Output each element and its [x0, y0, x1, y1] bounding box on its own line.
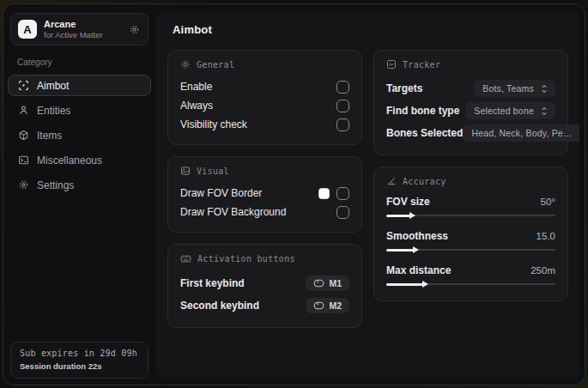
setting-label: Draw FOV Border — [180, 187, 262, 199]
gear-icon — [18, 179, 29, 191]
select-row: Targets Bots, Teams — [386, 77, 555, 100]
sidebar-item-settings[interactable]: Settings — [8, 174, 151, 196]
always-checkbox[interactable] — [336, 100, 349, 112]
setting-label: Enable — [180, 81, 212, 93]
visibility-check-checkbox[interactable] — [336, 118, 349, 131]
category-label: Category — [17, 58, 155, 67]
fov-border-color-swatch[interactable] — [318, 188, 330, 199]
subscription-info-box: Sub expires in 29d 09h Session duration … — [10, 342, 149, 379]
fov-size-slider[interactable] — [386, 212, 555, 220]
select-label: Bones Selected — [386, 127, 463, 139]
enable-checkbox[interactable] — [336, 81, 349, 94]
sidebar-item-items[interactable]: Items — [8, 124, 151, 146]
slider-fill — [386, 249, 414, 252]
page-title: Aimbot — [173, 23, 569, 36]
keybind-row: First keybind M1 — [180, 272, 349, 294]
slider-value: 15.0 — [536, 231, 555, 241]
unfold-icon — [540, 84, 549, 94]
select-value: Selected bone — [474, 106, 534, 116]
angle-icon — [386, 176, 397, 186]
sidebar-item-label: Settings — [37, 179, 74, 191]
brand-logo: A — [18, 20, 37, 39]
brand-card: A Arcane for Active Matter — [10, 13, 149, 45]
panel-header: Visual — [180, 166, 349, 176]
session-duration-text: Session duration 22s — [20, 361, 139, 371]
slider-row: Smoothness 15.0 — [386, 228, 555, 254]
sub-expiry-text: Sub expires in 29d 09h — [20, 349, 139, 358]
max-distance-slider[interactable] — [386, 281, 555, 288]
first-keybind-button[interactable]: M1 — [306, 276, 349, 291]
second-keybind-button[interactable]: M2 — [306, 298, 349, 313]
panel-title: Visual — [197, 167, 229, 176]
sidebar-item-miscellaneous[interactable]: Miscellaneous — [8, 149, 151, 171]
gear-icon[interactable] — [129, 24, 140, 35]
fov-border-checkbox[interactable] — [336, 187, 349, 200]
panel-title: General — [197, 60, 234, 70]
app-window: A Arcane for Active Matter Category — [3, 3, 585, 385]
find-bone-type-select[interactable]: Selected bone — [465, 102, 555, 119]
slider-label: FOV size — [386, 196, 430, 208]
mouse-icon — [313, 279, 324, 288]
unfold-icon — [540, 106, 549, 116]
sidebar-item-label: Items — [37, 130, 62, 142]
sidebar-item-label: Entities — [37, 105, 70, 117]
sidebar-item-label: Miscellaneous — [37, 155, 102, 167]
slider-fill — [386, 283, 423, 286]
panel-header: General — [180, 59, 349, 70]
tracker-panel: Tracker Targets Bots, Teams — [373, 50, 568, 155]
visual-panel: Visual Draw FOV Border Draw FOV Backgrou… — [167, 156, 362, 233]
terminal-icon — [18, 155, 29, 166]
brand-text: Arcane for Active Matter — [44, 19, 103, 39]
setting-label: Visibility check — [180, 118, 247, 130]
setting-row: Draw FOV Background — [180, 203, 349, 221]
crosshair-scan-icon — [18, 80, 29, 91]
panel-title: Tracker — [403, 60, 440, 70]
keybind-value: M1 — [329, 278, 342, 288]
smoothness-slider[interactable] — [386, 246, 555, 254]
panel-header: Accuracy — [386, 176, 555, 186]
keybind-label: First keybind — [180, 277, 245, 289]
bones-selected-select[interactable]: Head, Neck, Body, Pe… — [463, 124, 579, 142]
sidebar-item-label: Aimbot — [37, 80, 69, 92]
keybind-row: Second keybind M2 — [180, 294, 349, 317]
slider-row: Max distance 250m — [386, 263, 555, 288]
keybind-label: Second keybind — [180, 300, 259, 312]
left-column: General Enable Always Visibility check — [167, 50, 362, 328]
activity-icon — [386, 59, 397, 70]
setting-row: Draw FOV Border — [180, 184, 349, 203]
slider-value: 50° — [541, 197, 555, 207]
select-label: Find bone type — [386, 105, 459, 117]
setting-row: Enable — [180, 77, 349, 96]
brand-subtitle: for Active Matter — [44, 30, 103, 39]
sidebar: A Arcane for Active Matter Category — [3, 4, 155, 385]
brand-name: Arcane — [44, 19, 103, 30]
panel-title: Accuracy — [403, 177, 446, 186]
select-value: Head, Neck, Body, Pe… — [471, 128, 572, 138]
general-panel: General Enable Always Visibility check — [167, 50, 362, 145]
mouse-icon — [313, 301, 324, 310]
category-nav: Aimbot Entities Items — [3, 75, 155, 196]
person-icon — [18, 105, 29, 116]
setting-row: Always — [180, 96, 349, 115]
select-row: Find bone type Selected bone — [386, 100, 555, 122]
cube-icon — [18, 130, 29, 141]
fov-background-checkbox[interactable] — [336, 206, 349, 219]
panel-title: Activation buttons — [197, 254, 295, 264]
keybind-value: M2 — [329, 300, 342, 311]
panel-header: Activation buttons — [180, 253, 349, 264]
image-icon — [180, 166, 191, 176]
select-row: Bones Selected Head, Neck, Body, Pe… — [386, 122, 555, 144]
setting-label: Always — [180, 100, 213, 112]
slider-value: 250m — [530, 265, 555, 276]
activation-buttons-panel: Activation buttons First keybind M1 — [167, 244, 362, 328]
select-value: Bots, Teams — [482, 83, 534, 94]
panel-header: Tracker — [386, 59, 555, 70]
targets-select[interactable]: Bots, Teams — [474, 80, 555, 97]
sidebar-item-entities[interactable]: Entities — [8, 100, 151, 121]
main-content: Aimbot General Enable — [156, 10, 579, 379]
sidebar-item-aimbot[interactable]: Aimbot — [8, 75, 151, 96]
sun-icon — [180, 59, 191, 70]
slider-label: Smoothness — [386, 230, 448, 242]
select-label: Targets — [386, 82, 422, 94]
setting-label: Draw FOV Background — [180, 206, 286, 218]
